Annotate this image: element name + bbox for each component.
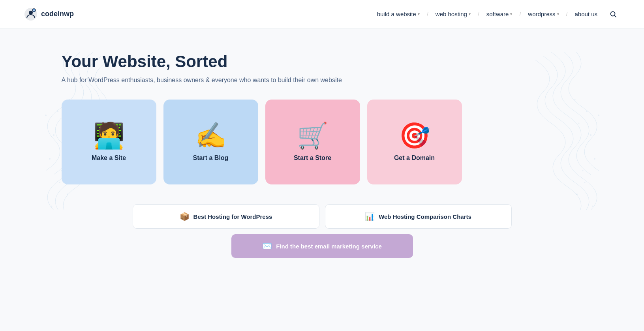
svg-point-15: [586, 111, 588, 112]
best-hosting-label: Best Hosting for WordPress: [193, 213, 272, 220]
svg-point-3: [611, 11, 615, 16]
cards-grid: 🧑‍💻 Make a Site ✍️ Start a Blog 🛒 Start …: [62, 100, 583, 184]
main-nav: build a website ▾ / web hosting ▾ / soft…: [373, 7, 620, 21]
nav-label-wordpress: wordpress: [528, 11, 555, 17]
nav-label-about-us: about us: [575, 11, 597, 17]
nav-item-web-hosting[interactable]: web hosting ▾: [432, 8, 475, 21]
nav-label-software: software: [486, 11, 509, 17]
nav-label-build-website: build a website: [377, 11, 416, 17]
card-get-a-domain[interactable]: 🎯 Get a Domain: [367, 100, 462, 184]
svg-point-1: [29, 11, 33, 15]
svg-point-25: [592, 206, 593, 207]
email-marketing-link[interactable]: ✉️ Find the best email marketing service: [231, 234, 413, 258]
hosting-links-row: 📦 Best Hosting for WordPress 📊 Web Hosti…: [133, 204, 512, 229]
get-domain-icon: 🎯: [399, 123, 430, 148]
logo[interactable]: codeinwp: [24, 7, 74, 21]
svg-point-19: [594, 158, 595, 160]
start-store-icon: 🛒: [297, 123, 329, 148]
hero-subtitle: A hub for WordPress enthusiasts, busines…: [62, 77, 583, 84]
logo-text: codeinwp: [41, 10, 74, 18]
svg-point-11: [45, 115, 47, 116]
best-hosting-icon: 📦: [180, 212, 190, 221]
nav-label-web-hosting: web hosting: [436, 11, 467, 17]
svg-point-13: [67, 194, 68, 195]
email-icon: ✉️: [262, 241, 272, 251]
nav-separator-4: /: [566, 11, 568, 17]
search-button[interactable]: [606, 7, 620, 21]
svg-point-17: [590, 134, 591, 136]
best-hosting-link[interactable]: 📦 Best Hosting for WordPress: [133, 204, 319, 229]
nav-separator-2: /: [478, 11, 479, 17]
nav-separator-1: /: [427, 11, 428, 17]
svg-point-24: [576, 194, 578, 195]
comparison-charts-label: Web Hosting Comparison Charts: [379, 213, 471, 220]
make-site-icon: 🧑‍💻: [93, 123, 125, 148]
nav-item-wordpress[interactable]: wordpress ▾: [524, 8, 563, 21]
svg-point-6: [53, 134, 54, 136]
nav-item-about-us[interactable]: about us: [571, 8, 601, 21]
nav-item-build-website[interactable]: build a website ▾: [373, 8, 424, 21]
make-site-label: Make a Site: [92, 154, 126, 162]
search-icon: [610, 11, 617, 18]
svg-point-12: [59, 182, 60, 183]
header: codeinwp build a website ▾ / web hosting…: [0, 0, 644, 28]
chevron-down-icon-4: ▾: [557, 12, 559, 16]
chevron-down-icon-3: ▾: [510, 12, 512, 16]
get-domain-label: Get a Domain: [394, 154, 435, 162]
svg-point-4: [57, 111, 58, 112]
hero-title: Your Website, Sorted: [62, 52, 583, 71]
card-make-a-site[interactable]: 🧑‍💻 Make a Site: [62, 100, 156, 184]
start-blog-label: Start a Blog: [193, 154, 229, 162]
email-marketing-label: Find the best email marketing service: [276, 243, 382, 250]
bottom-links: 📦 Best Hosting for WordPress 📊 Web Hosti…: [133, 204, 512, 258]
svg-point-14: [51, 206, 52, 207]
chevron-down-icon: ▾: [418, 12, 420, 16]
svg-point-22: [598, 115, 599, 116]
comparison-charts-link[interactable]: 📊 Web Hosting Comparison Charts: [325, 204, 512, 229]
nav-item-software[interactable]: software ▾: [483, 8, 516, 21]
chevron-down-icon-2: ▾: [469, 12, 471, 16]
hero-section: Your Website, Sorted A hub for WordPress…: [62, 52, 583, 84]
start-blog-icon: ✍️: [195, 123, 227, 148]
svg-point-23: [584, 182, 585, 183]
start-store-label: Start a Store: [294, 154, 331, 162]
comparison-charts-icon: 📊: [365, 212, 375, 221]
main-content: Your Website, Sorted A hub for WordPress…: [38, 28, 606, 274]
card-start-a-blog[interactable]: ✍️ Start a Blog: [163, 100, 258, 184]
svg-point-8: [49, 158, 51, 160]
card-start-a-store[interactable]: 🛒 Start a Store: [265, 100, 360, 184]
nav-separator-3: /: [519, 11, 521, 17]
